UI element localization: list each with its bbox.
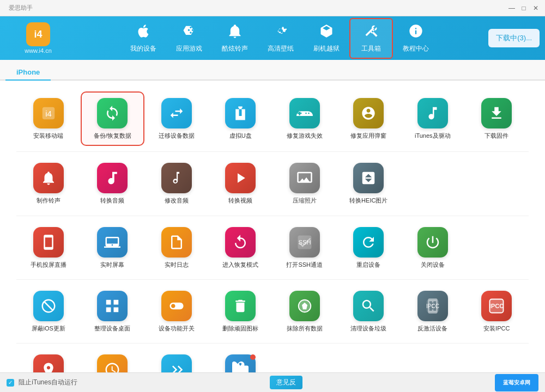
- tool-backup-restore[interactable]: 备份/恢复数据: [81, 91, 145, 146]
- maximize-button[interactable]: □: [519, 3, 529, 13]
- nav-item-apps-games[interactable]: 应用游戏: [166, 19, 212, 58]
- make-ringtone-label: 制作铃声: [37, 197, 60, 204]
- download-firmware-icon: [481, 98, 512, 128]
- tool-open-ssh[interactable]: SSH打开SSH通道: [272, 222, 337, 274]
- tool-skip-setup[interactable]: 跳过设置向导: [144, 349, 209, 372]
- tool-virtual-udisk[interactable]: 虚拟U盘: [209, 91, 273, 146]
- tool-break-time-limit[interactable]: 破解时间限额: [81, 349, 145, 372]
- open-ssh-icon: SSH: [289, 227, 320, 258]
- tool-itunes-drivers[interactable]: iTunes及驱动: [401, 91, 465, 146]
- convert-video-icon: [225, 163, 256, 193]
- nav-item-toolbox[interactable]: 工具箱: [349, 18, 393, 59]
- backup-restore-label: 备份/恢复数据: [94, 132, 131, 139]
- screen-cast-icon: [33, 227, 64, 258]
- tool-real-screen[interactable]: 实时屏幕: [81, 222, 145, 274]
- fix-game-effect-label: 修复游戏失效: [287, 132, 323, 139]
- delete-stubborn-label: 删除顽固图标: [222, 324, 258, 332]
- device-toggle-label: 设备功能开关: [159, 324, 195, 332]
- virtual-udisk-label: 虚拟U盘: [229, 132, 252, 139]
- nav-items: 我的设备 应用游戏 酷炫铃声 高清壁纸 刷机越狱: [71, 18, 488, 59]
- minimize-button[interactable]: —: [507, 3, 517, 13]
- nav-item-tutorials[interactable]: 教程中心: [393, 19, 439, 58]
- statusbar: ✓ 阻止iTunes自动运行 意见反 蓝莓安卓网: [0, 372, 545, 392]
- migrate-data-icon: [161, 98, 192, 128]
- tools-row-4: 虚拟定位破解时间限额跳过设置向导备份引导区数据: [16, 349, 529, 372]
- deactivate-label: 反激活设备: [417, 324, 447, 332]
- tool-restart-device[interactable]: 重启设备: [337, 222, 401, 274]
- tool-device-toggle[interactable]: 设备功能开关: [144, 285, 209, 338]
- nav-label-jailbreak: 刷机越狱: [313, 44, 340, 53]
- tool-backup-guide[interactable]: 备份引导区数据: [209, 349, 273, 372]
- shutdown-device-label: 关闭设备: [421, 261, 445, 268]
- tool-convert-audio[interactable]: 转换音频: [81, 157, 145, 210]
- tool-screen-cast[interactable]: 手机投屏直播: [16, 222, 81, 274]
- tool-install-app[interactable]: i4安装移动端: [16, 91, 81, 146]
- tabbar: iPhone: [0, 60, 545, 81]
- tool-migrate-data[interactable]: 迁移设备数据: [144, 91, 209, 146]
- nav-item-ringtones[interactable]: 酷炫铃声: [212, 19, 258, 58]
- edit-audio-icon: [161, 163, 192, 193]
- organize-desktop-label: 整理设备桌面: [94, 324, 130, 332]
- logo-url: www.i4.cn: [25, 47, 52, 54]
- tool-clean-junk[interactable]: 清理设备垃圾: [337, 285, 401, 338]
- wrench-icon: [364, 23, 379, 42]
- tool-block-ios-update[interactable]: 屏蔽iOS更新: [16, 285, 81, 338]
- install-app-label: 安装移动端: [33, 132, 63, 139]
- feedback-button[interactable]: 意见反: [270, 376, 302, 389]
- recovery-mode-label: 进入恢复模式: [222, 261, 258, 268]
- svg-text:SSH: SSH: [298, 238, 311, 245]
- main-content: i4安装移动端备份/恢复数据迁移设备数据虚拟U盘修复游戏失效修复应用弹窗iTun…: [0, 81, 545, 372]
- tool-delete-stubborn[interactable]: 删除顽固图标: [209, 285, 273, 338]
- blueberry-logo: 蓝莓安卓网: [495, 374, 538, 391]
- tool-convert-heic[interactable]: 转换HEIC图片: [337, 157, 401, 210]
- wipe-all-label: 抹除所有数据: [287, 324, 323, 332]
- open-ssh-label: 打开SSH通道: [286, 261, 323, 268]
- convert-audio-label: 转换音频: [100, 197, 124, 204]
- tool-install-ipcc[interactable]: IPCC安装IPCC: [465, 285, 529, 338]
- bell-icon: [227, 23, 243, 42]
- tool-convert-video[interactable]: 转换视频: [209, 157, 273, 210]
- logo-area[interactable]: i4 www.i4.cn: [5, 22, 71, 54]
- real-log-label: 实时日志: [165, 261, 189, 268]
- apps-icon: [181, 23, 197, 42]
- tool-real-log[interactable]: 实时日志: [144, 222, 209, 274]
- tool-fix-game-effect[interactable]: 修复游戏失效: [272, 91, 337, 146]
- status-itunes[interactable]: ✓ 阻止iTunes自动运行: [7, 378, 77, 387]
- tool-edit-audio[interactable]: 修改音频: [144, 157, 209, 210]
- real-log-icon: [161, 227, 192, 258]
- recovery-mode-icon: [225, 227, 256, 258]
- install-app-icon: i4: [33, 98, 64, 128]
- edit-audio-label: 修改音频: [165, 197, 189, 204]
- nav-item-my-device[interactable]: 我的设备: [120, 19, 166, 58]
- navbar: i4 www.i4.cn 我的设备 应用游戏 酷炫铃声: [0, 16, 545, 60]
- make-ringtone-icon: [33, 163, 64, 193]
- tool-fix-app-popup[interactable]: 修复应用弹窗: [337, 91, 401, 146]
- tool-wipe-all[interactable]: 抹除所有数据: [272, 285, 337, 338]
- convert-video-label: 转换视频: [228, 197, 252, 204]
- tool-deactivate[interactable]: IPCC反激活设备: [401, 285, 465, 338]
- tool-virtual-location[interactable]: 虚拟定位: [16, 349, 81, 372]
- nav-label-toolbox: 工具箱: [361, 44, 381, 53]
- tool-organize-desktop[interactable]: 整理设备桌面: [81, 285, 145, 338]
- tool-shutdown-device[interactable]: 关闭设备: [401, 222, 465, 274]
- nav-item-jailbreak[interactable]: 刷机越狱: [304, 19, 349, 58]
- itunes-drivers-icon: [417, 98, 448, 128]
- nav-label-wallpapers: 高清壁纸: [268, 44, 294, 53]
- migrate-data-label: 迁移设备数据: [159, 132, 195, 139]
- backup-restore-icon: [97, 98, 128, 128]
- tool-compress-photos[interactable]: 压缩照片: [272, 157, 337, 210]
- install-ipcc-icon: IPCC: [481, 291, 512, 321]
- nav-item-wallpapers[interactable]: 高清壁纸: [258, 19, 304, 58]
- fix-game-effect-icon: [289, 98, 320, 128]
- tab-iphone[interactable]: iPhone: [5, 65, 51, 81]
- close-button[interactable]: ✕: [531, 3, 541, 13]
- titlebar: 爱思助手 — □ ✕: [0, 0, 545, 16]
- tools-row-0: i4安装移动端备份/恢复数据迁移设备数据虚拟U盘修复游戏失效修复应用弹窗iTun…: [16, 91, 529, 146]
- tool-make-ringtone[interactable]: 制作铃声: [16, 157, 81, 210]
- logo-icon: i4: [26, 22, 50, 46]
- convert-heic-icon: [353, 163, 384, 193]
- download-button[interactable]: 下载中(3)...: [488, 29, 540, 47]
- tool-download-firmware[interactable]: 下载固件: [465, 91, 529, 146]
- screen-cast-label: 手机投屏直播: [31, 261, 66, 268]
- tool-recovery-mode[interactable]: 进入恢复模式: [209, 222, 273, 274]
